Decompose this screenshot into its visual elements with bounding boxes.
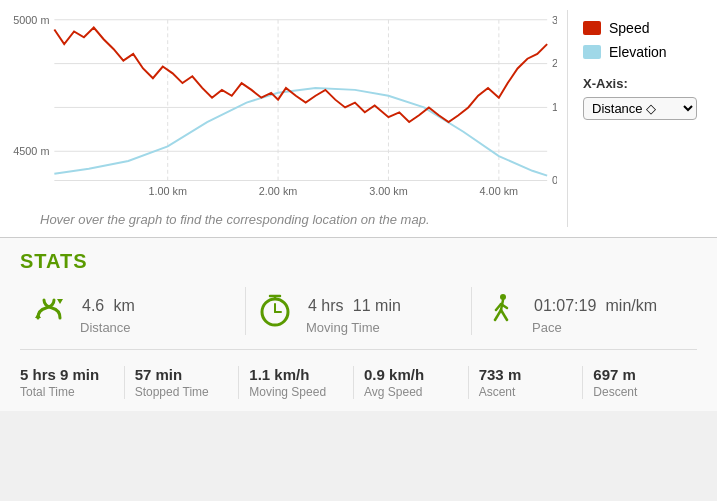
- stat-ascent-value: 733 m: [479, 366, 573, 383]
- stat-pace-label: Pace: [532, 320, 657, 335]
- route-icon: [30, 290, 68, 333]
- svg-text:0 km/h: 0 km/h: [552, 174, 557, 186]
- stat-movingspeed-item: 1.1 km/h Moving Speed: [239, 366, 354, 399]
- legend-speed-swatch: [583, 21, 601, 35]
- stat-avgspeed-item: 0.9 km/h Avg Speed: [354, 366, 469, 399]
- stats-main-row: 4.6 km Distance 4 hrs 11 mi: [20, 287, 697, 350]
- stats-title: STATS: [20, 250, 697, 273]
- svg-text:5000 m: 5000 m: [13, 14, 49, 26]
- stat-avgspeed-label: Avg Speed: [364, 385, 458, 399]
- svg-marker-20: [57, 299, 63, 304]
- stat-ascent-item: 733 m Ascent: [469, 366, 584, 399]
- svg-text:1.00 km: 1.00 km: [148, 185, 187, 197]
- stat-movingspeed-value: 1.1 km/h: [249, 366, 343, 383]
- chart-area: 5000 m 4500 m 3 km/h 2 km/h 1 km/h 0 km/…: [10, 10, 557, 227]
- svg-text:3.00 km: 3.00 km: [369, 185, 408, 197]
- xaxis-label: X-Axis:: [583, 76, 697, 91]
- legend-elevation-swatch: [583, 45, 601, 59]
- stat-stoppedtime-value: 57 min: [135, 366, 229, 383]
- legend-elevation-item: Elevation: [583, 44, 697, 60]
- svg-line-28: [495, 310, 501, 320]
- stat-totaltime-value: 5 hrs 9 min: [20, 366, 114, 383]
- stat-stoppedtime-label: Stopped Time: [135, 385, 229, 399]
- chart-hint: Hover over the graph to find the corresp…: [10, 204, 557, 227]
- stat-stoppedtime-item: 57 min Stopped Time: [125, 366, 240, 399]
- svg-text:4500 m: 4500 m: [13, 145, 49, 157]
- chart-section: 5000 m 4500 m 3 km/h 2 km/h 1 km/h 0 km/…: [0, 0, 717, 238]
- svg-line-29: [501, 310, 507, 320]
- xaxis-select[interactable]: Distance ◇ Time: [583, 97, 697, 120]
- walk-icon: [482, 290, 520, 333]
- legend-speed-item: Speed: [583, 20, 697, 36]
- chart-svg: 5000 m 4500 m 3 km/h 2 km/h 1 km/h 0 km/…: [10, 10, 557, 200]
- svg-text:2.00 km: 2.00 km: [259, 185, 298, 197]
- stat-pace-value: 01:07:19 min/km: [532, 287, 657, 318]
- stat-movingtime-label: Moving Time: [306, 320, 401, 335]
- legend-area: Speed Elevation X-Axis: Distance ◇ Time: [567, 10, 707, 227]
- svg-text:2 km/h: 2 km/h: [552, 58, 557, 70]
- stats-secondary-row: 5 hrs 9 min Total Time 57 min Stopped Ti…: [20, 366, 697, 399]
- stat-avgspeed-value: 0.9 km/h: [364, 366, 458, 383]
- stat-distance-value: 4.6 km: [80, 287, 135, 318]
- svg-text:3 km/h: 3 km/h: [552, 14, 557, 26]
- stat-ascent-label: Ascent: [479, 385, 573, 399]
- stat-totaltime-label: Total Time: [20, 385, 114, 399]
- stat-totaltime-item: 5 hrs 9 min Total Time: [20, 366, 125, 399]
- stat-distance-label: Distance: [80, 320, 135, 335]
- stat-pace-item: 01:07:19 min/km Pace: [472, 287, 697, 335]
- stat-descent-item: 697 m Descent: [583, 366, 697, 399]
- stat-descent-label: Descent: [593, 385, 687, 399]
- svg-text:4.00 km: 4.00 km: [480, 185, 519, 197]
- stat-distance-item: 4.6 km Distance: [20, 287, 246, 335]
- stat-movingtime-item: 4 hrs 11 min Moving Time: [246, 287, 472, 335]
- legend-elevation-label: Elevation: [609, 44, 667, 60]
- stat-movingspeed-label: Moving Speed: [249, 385, 343, 399]
- stat-movingtime-value: 4 hrs 11 min: [306, 287, 401, 318]
- stat-descent-value: 697 m: [593, 366, 687, 383]
- timer-icon: [256, 290, 294, 333]
- svg-text:1 km/h: 1 km/h: [552, 101, 557, 113]
- legend-speed-label: Speed: [609, 20, 649, 36]
- stats-section: STATS 4.6 km Distance: [0, 238, 717, 411]
